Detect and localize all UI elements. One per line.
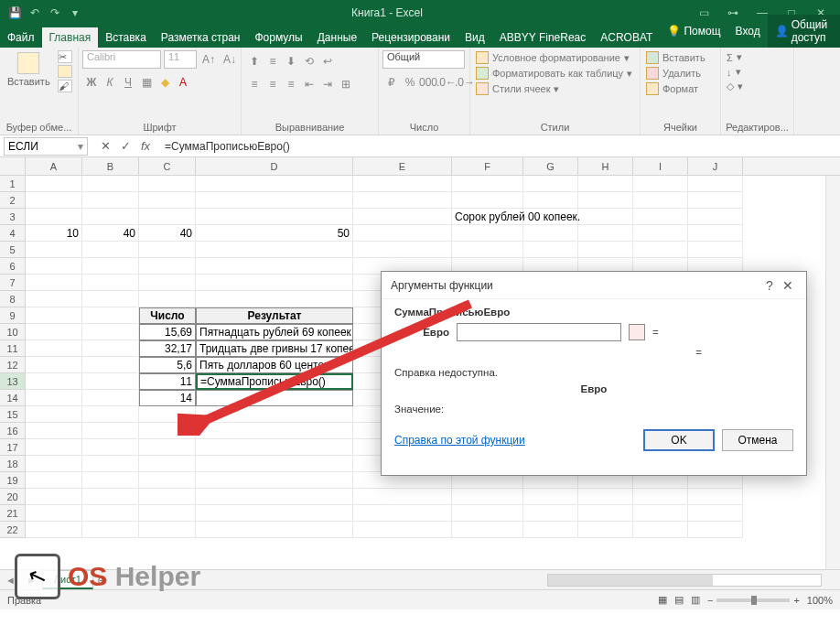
cell-A5[interactable] <box>26 242 82 258</box>
cell-C15[interactable] <box>139 406 196 423</box>
col-H[interactable]: H <box>578 157 633 175</box>
cell-A1[interactable] <box>26 176 82 192</box>
align-center-icon[interactable]: ≡ <box>264 75 282 93</box>
dialog-help-link[interactable]: Справка по этой функции <box>394 434 525 447</box>
cell-F4[interactable] <box>452 225 523 242</box>
bold-button[interactable]: Ж <box>82 73 101 92</box>
italic-button[interactable]: К <box>101 73 119 92</box>
cell-C12[interactable]: 5,6 <box>139 357 196 373</box>
cell-C22[interactable] <box>139 522 196 538</box>
cell-F21[interactable] <box>452 505 523 522</box>
tab-abbyy[interactable]: ABBYY FineReac <box>492 27 594 48</box>
cell-A15[interactable] <box>26 406 82 423</box>
row-header[interactable]: 10 <box>0 324 26 340</box>
merge-icon[interactable]: ⊞ <box>337 75 355 93</box>
cell-J3[interactable] <box>688 209 743 225</box>
undo-icon[interactable]: ↶ <box>27 5 42 20</box>
cell-J1[interactable] <box>688 176 743 192</box>
ok-button[interactable]: OK <box>643 429 715 451</box>
zoom-slider[interactable]: −+ <box>707 595 800 606</box>
row-header[interactable]: 11 <box>0 340 26 357</box>
cell-C13[interactable]: 11 <box>139 373 196 390</box>
row-header[interactable]: 9 <box>0 307 26 324</box>
cell-G1[interactable] <box>523 176 578 192</box>
format-painter-icon[interactable]: 🖌 <box>58 80 72 92</box>
view-normal-icon[interactable]: ▦ <box>658 594 667 606</box>
cell-C6[interactable] <box>139 258 196 275</box>
cell-B4[interactable]: 40 <box>82 225 139 242</box>
vertical-scrollbar[interactable] <box>825 176 840 569</box>
currency-icon[interactable]: ₽ <box>382 73 401 92</box>
cell-B10[interactable] <box>82 324 139 340</box>
cell-A22[interactable] <box>26 522 82 538</box>
cell-A13[interactable] <box>26 373 82 390</box>
paste-button[interactable]: Вставить <box>4 50 54 89</box>
cell-D4[interactable]: 50 <box>196 225 353 242</box>
row-header[interactable]: 17 <box>0 439 26 456</box>
col-E[interactable]: E <box>353 157 452 175</box>
cell-I4[interactable] <box>633 225 688 242</box>
cell-A7[interactable] <box>26 275 82 291</box>
cancel-formula-icon[interactable]: ✕ <box>97 138 113 155</box>
cell-I5[interactable] <box>633 242 688 258</box>
cell-C20[interactable] <box>139 489 196 505</box>
align-left-icon[interactable]: ≡ <box>245 75 264 93</box>
format-as-table[interactable]: Форматировать как таблицу▾ <box>474 66 634 81</box>
cell-G21[interactable] <box>523 505 578 522</box>
cell-B9[interactable] <box>82 307 139 324</box>
orientation-icon[interactable]: ⟲ <box>300 52 318 70</box>
percent-icon[interactable]: % <box>401 73 419 92</box>
cell-F22[interactable] <box>452 522 523 538</box>
grow-font-icon[interactable]: A↑ <box>199 50 218 69</box>
cell-E21[interactable] <box>353 505 452 522</box>
cell-C19[interactable] <box>139 472 196 489</box>
cell-C11[interactable]: 32,17 <box>139 340 196 357</box>
autosum[interactable]: Σ▾ <box>725 50 744 64</box>
align-bottom-icon[interactable]: ⬇ <box>282 52 300 70</box>
tab-insert[interactable]: Вставка <box>98 27 154 48</box>
cell-B11[interactable] <box>82 340 139 357</box>
cell-D15[interactable] <box>196 406 353 423</box>
tab-review[interactable]: Рецензировани <box>364 27 458 48</box>
cell-D5[interactable] <box>196 242 353 258</box>
cell-C1[interactable] <box>139 176 196 192</box>
cell-B17[interactable] <box>82 439 139 456</box>
cell-A10[interactable] <box>26 324 82 340</box>
cell-F3[interactable]: Сорок рублей 00 копеек. <box>452 209 523 225</box>
cell-J21[interactable] <box>688 505 743 522</box>
conditional-formatting[interactable]: Условное форматирование▾ <box>474 50 631 65</box>
row-header[interactable]: 19 <box>0 472 26 489</box>
cell-D8[interactable] <box>196 291 353 307</box>
cell-A14[interactable] <box>26 390 82 406</box>
increase-decimal-icon[interactable]: .0← <box>437 73 456 92</box>
cell-B20[interactable] <box>82 489 139 505</box>
range-selector-icon[interactable] <box>629 324 645 340</box>
save-icon[interactable]: 💾 <box>7 5 22 20</box>
cell-B5[interactable] <box>82 242 139 258</box>
cell-C3[interactable] <box>139 209 196 225</box>
cell-I2[interactable] <box>633 192 688 209</box>
cell-D13[interactable]: =СуммаПрописьюЕвро() <box>196 373 353 390</box>
cell-F5[interactable] <box>452 242 523 258</box>
cell-I20[interactable] <box>633 489 688 505</box>
delete-cells[interactable]: Удалить <box>644 66 703 81</box>
cell-D7[interactable] <box>196 275 353 291</box>
cell-E22[interactable] <box>353 522 452 538</box>
cell-J4[interactable] <box>688 225 743 242</box>
row-header[interactable]: 2 <box>0 192 26 209</box>
cell-C5[interactable] <box>139 242 196 258</box>
cell-D20[interactable] <box>196 489 353 505</box>
row-header[interactable]: 16 <box>0 423 26 439</box>
cancel-button[interactable]: Отмена <box>722 429 793 451</box>
redo-icon[interactable]: ↷ <box>48 5 62 20</box>
cell-D11[interactable]: Тридцать две гривны 17 копеек <box>196 340 353 357</box>
enter-formula-icon[interactable]: ✓ <box>117 138 134 155</box>
col-C[interactable]: C <box>139 157 196 175</box>
cell-J22[interactable] <box>688 522 743 538</box>
cell-C9[interactable]: Число <box>139 307 196 324</box>
indent-dec-icon[interactable]: ⇤ <box>300 75 318 93</box>
col-F[interactable]: F <box>452 157 523 175</box>
cell-D22[interactable] <box>196 522 353 538</box>
tab-home[interactable]: Главная <box>42 27 99 48</box>
shrink-font-icon[interactable]: A↓ <box>221 50 239 69</box>
